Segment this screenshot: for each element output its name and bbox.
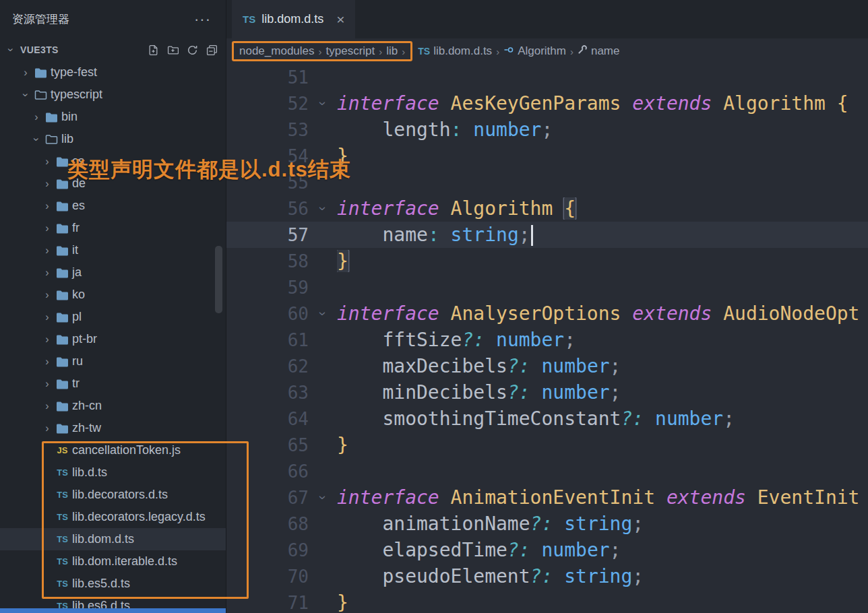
tree-item-label: tr: [72, 377, 80, 391]
text-cursor: [531, 225, 533, 246]
tree-item-fr[interactable]: ›fr: [0, 217, 226, 239]
tree-item-zh-tw[interactable]: ›zh-tw: [0, 417, 226, 439]
code-line-57[interactable]: 57 name: string;: [226, 222, 868, 248]
tree-item-cancellationToken.js[interactable]: JScancellationToken.js: [0, 439, 226, 461]
breadcrumb-label: Algorithm: [518, 44, 566, 58]
code-line-55[interactable]: 55: [226, 169, 868, 195]
tree-item-lib.es5.d.ts[interactable]: TSlib.es5.d.ts: [0, 573, 226, 595]
tab-label: lib.dom.d.ts: [261, 12, 323, 26]
project-name: VUE3TS: [20, 44, 145, 55]
tree-item-es[interactable]: ›es: [0, 195, 226, 217]
code-text: }: [337, 250, 868, 272]
symbol-interface-icon: [503, 44, 514, 59]
line-number: 58: [226, 251, 309, 271]
code-line-67[interactable]: 67›interface AnimationEventInit extends …: [226, 484, 868, 511]
tree-item-ru[interactable]: ›ru: [0, 350, 226, 373]
tree-item-lib.decorators.legacy.d.ts[interactable]: TSlib.decorators.legacy.d.ts: [0, 506, 226, 528]
tab-lib-dom-d-ts[interactable]: TS lib.dom.d.ts ×: [232, 0, 355, 38]
fold-chevron-icon[interactable]: ›: [315, 484, 331, 512]
fold-chevron-icon[interactable]: ›: [315, 195, 331, 223]
line-number: 54: [226, 146, 309, 166]
chevron-right-icon: ›: [40, 378, 54, 390]
breadcrumb-item-Algorithm[interactable]: Algorithm: [503, 44, 566, 59]
editor-area: TS lib.dom.d.ts × node_modules›typescrip…: [226, 0, 868, 613]
code-text: fftSize?: number;: [337, 329, 868, 351]
tree-item-bin[interactable]: ›bin: [0, 106, 226, 128]
line-number: 68: [226, 514, 309, 534]
more-actions-icon[interactable]: ···: [194, 16, 211, 23]
breadcrumb-item-lib.dom.d.ts[interactable]: TSlib.dom.d.ts: [418, 44, 492, 58]
tree-item-label: zh-tw: [72, 421, 101, 435]
sidebar-scrollbar-thumb[interactable]: [215, 246, 222, 313]
breadcrumb-item-name[interactable]: name: [578, 44, 620, 58]
explorer-header: 资源管理器 ···: [0, 0, 226, 38]
code-line-59[interactable]: 59: [226, 274, 868, 300]
folder-icon: [43, 112, 60, 123]
tree-item-label: it: [72, 243, 78, 257]
code-editor[interactable]: 5152›interface AesKeyGenParams extends A…: [226, 64, 868, 613]
fold-chevron-icon[interactable]: ›: [315, 300, 331, 328]
code-line-66[interactable]: 66: [226, 458, 868, 484]
code-line-61[interactable]: 61 fftSize?: number;: [226, 327, 868, 353]
code-line-60[interactable]: 60›interface AnalyserOptions extends Aud…: [226, 300, 868, 327]
code-text: elapsedTime?: number;: [337, 539, 868, 561]
tree-item-tr[interactable]: ›tr: [0, 373, 226, 395]
code-line-69[interactable]: 69 elapsedTime?: number;: [226, 537, 868, 563]
tree-item-pl[interactable]: ›pl: [0, 306, 226, 328]
breadcrumb-separator: ›: [379, 46, 382, 57]
tree-item-label: fr: [72, 221, 80, 235]
close-icon[interactable]: ×: [336, 11, 344, 28]
refresh-icon[interactable]: [187, 44, 198, 56]
tree-item-cs[interactable]: ›cs: [0, 150, 226, 172]
breadcrumb-separator: ›: [402, 46, 405, 57]
tree-item-label: lib.decorators.d.ts: [72, 488, 168, 502]
code-line-63[interactable]: 63 minDecibels?: number;: [226, 379, 868, 406]
line-number: 57: [226, 225, 309, 245]
folder-open-icon: [43, 134, 60, 145]
code-line-65[interactable]: 65}: [226, 432, 868, 458]
code-line-56[interactable]: 56›interface Algorithm {: [226, 195, 868, 222]
tree-item-ja[interactable]: ›ja: [0, 261, 226, 284]
code-line-64[interactable]: 64 smoothingTimeConstant?: number;: [226, 406, 868, 432]
chevron-down-icon: ›: [20, 88, 32, 102]
tree-item-ko[interactable]: ›ko: [0, 284, 226, 306]
breadcrumb-item-typescript[interactable]: typescript: [326, 44, 375, 58]
tree-item-lib.decorators.d.ts[interactable]: TSlib.decorators.d.ts: [0, 484, 226, 506]
tree-item-pt-br[interactable]: ›pt-br: [0, 328, 226, 350]
code-line-51[interactable]: 51: [226, 64, 868, 90]
collapse-all-icon[interactable]: [206, 44, 218, 56]
code-line-54[interactable]: 54}: [226, 143, 868, 169]
tree-item-it[interactable]: ›it: [0, 239, 226, 261]
fold-chevron-icon[interactable]: ›: [315, 90, 331, 118]
tree-item-lib.dom.d.ts[interactable]: TSlib.dom.d.ts: [0, 528, 226, 550]
code-text: interface AesKeyGenParams extends Algori…: [337, 92, 868, 115]
new-file-icon[interactable]: [148, 44, 159, 56]
code-line-58[interactable]: 58}: [226, 248, 868, 274]
code-line-71[interactable]: 71}: [226, 589, 868, 613]
tree-item-type-fest[interactable]: ›type-fest: [0, 61, 226, 84]
code-text: animationName?: string;: [337, 513, 868, 535]
tree-item-lib.d.ts[interactable]: TSlib.d.ts: [0, 461, 226, 484]
code-line-68[interactable]: 68 animationName?: string;: [226, 511, 868, 537]
chevron-right-icon: ›: [40, 156, 54, 168]
tree-item-lib.dom.iterable.d.ts[interactable]: TSlib.dom.iterable.d.ts: [0, 550, 226, 573]
code-line-62[interactable]: 62 maxDecibels?: number;: [226, 353, 868, 379]
breadcrumb-item-lib[interactable]: lib: [386, 44, 398, 58]
breadcrumb-item-node_modules[interactable]: node_modules: [239, 44, 315, 58]
code-text: minDecibels?: number;: [337, 381, 868, 404]
ts-file-icon: TS: [243, 13, 255, 25]
tree-item-typescript[interactable]: ›typescript: [0, 84, 226, 106]
code-line-70[interactable]: 70 pseudoElement?: string;: [226, 563, 868, 589]
project-section-header[interactable]: › VUE3TS: [0, 38, 226, 61]
tree-item-de[interactable]: ›de: [0, 172, 226, 195]
code-line-52[interactable]: 52›interface AesKeyGenParams extends Alg…: [226, 90, 868, 117]
ts-file-icon: TS: [54, 512, 71, 522]
code-line-53[interactable]: 53 length: number;: [226, 117, 868, 143]
new-folder-icon[interactable]: [167, 44, 179, 56]
tree-item-zh-cn[interactable]: ›zh-cn: [0, 395, 226, 417]
chevron-right-icon: ›: [40, 200, 54, 212]
tree-item-lib[interactable]: ›lib: [0, 128, 226, 150]
js-file-icon: JS: [54, 445, 71, 455]
ts-file-icon: TS: [54, 490, 71, 500]
chevron-down-icon: ›: [5, 43, 17, 57]
